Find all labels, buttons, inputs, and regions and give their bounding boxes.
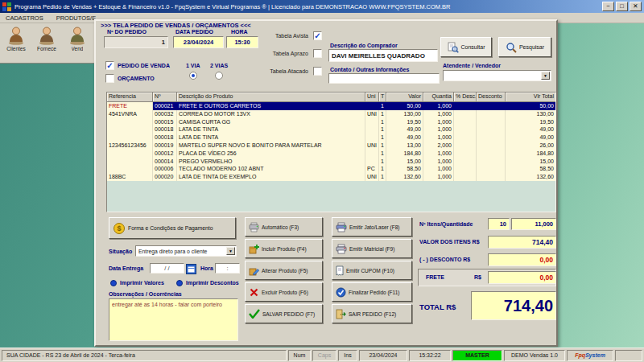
toolbar-vendedores-button[interactable]: Vend: [63, 25, 92, 60]
emitir-matricial-button[interactable]: Emitir Matricial (F9): [332, 239, 412, 258]
minimize-button[interactable]: −: [602, 2, 614, 11]
valor-itens-label: VALOR DOS ITENS R$: [419, 239, 480, 245]
imprimir-valores-radio[interactable]: [110, 280, 117, 286]
tabela-aprazo-checkbox[interactable]: [313, 49, 322, 58]
grid-cell: LATA DE TINTA: [177, 125, 365, 134]
tabela-avista-checkbox[interactable]: [313, 31, 322, 40]
app-icon: [2, 2, 11, 11]
orcamento-checkbox[interactable]: [105, 74, 114, 83]
logo-fpq: Fpq: [575, 352, 585, 358]
atendente-combo[interactable]: [443, 70, 551, 81]
col-t[interactable]: T: [379, 93, 386, 102]
table-row[interactable]: 188BC000020LATA DE TINTA DE EXEMPLOUNI11…: [107, 173, 555, 181]
col-numero[interactable]: Nº: [153, 93, 177, 102]
col-valor[interactable]: Valor: [386, 93, 423, 102]
grid-cell: [365, 158, 379, 166]
grid-cell: UNI: [365, 142, 379, 150]
emitir-jato-laser-button[interactable]: Emitir Jato/Laser (F8): [332, 217, 412, 237]
comprador-input[interactable]: DAVI MEIRELLES QUADRADO: [328, 49, 438, 62]
data-pedido-field[interactable]: 23/04/2024: [173, 36, 224, 48]
maximize-button[interactable]: □: [616, 2, 628, 11]
finalizar-pedido-button[interactable]: Finalizar Pedido (F11): [332, 282, 412, 302]
incluir-produto-button[interactable]: Incluir Produto (F4): [245, 239, 323, 258]
table-row[interactable]: 123456123456000019MARTELO SUPER NOVO E B…: [107, 142, 555, 150]
menu-produtos[interactable]: PRODUTOS/E: [56, 14, 96, 22]
frete-field[interactable]: 0,00: [488, 271, 556, 284]
table-row[interactable]: 000018LATA DE TINTA149,001,00049,00: [107, 134, 555, 142]
incluir-produto-label: Incluir Produto (F4): [262, 246, 307, 252]
imprimir-descontos-radio[interactable]: [176, 280, 183, 286]
grid-cell: 1,000: [423, 110, 454, 118]
grid-cell: [477, 173, 506, 181]
table-row[interactable]: 4541VNRA000032CORREA DO MOTOR 13VXUNI113…: [107, 110, 555, 118]
hora-entrega-input[interactable]: :: [215, 263, 240, 274]
comprador-label: Descrição do Comprador: [330, 43, 398, 48]
situacao-combo[interactable]: Entrega direto para o cliente: [135, 245, 237, 257]
desconto-field[interactable]: 0,00: [488, 253, 556, 266]
itens-count: 10: [488, 218, 510, 230]
col-referencia[interactable]: Referencia: [107, 93, 153, 102]
grid-cell: PLACA DE VÍDEO 256: [177, 150, 365, 158]
close-button[interactable]: ✕: [630, 2, 642, 11]
table-row[interactable]: FRETE000021FRETE E OUTROS CARRETOS150,00…: [107, 102, 555, 110]
grid-cell: [454, 142, 477, 150]
table-row[interactable]: 000006TECLADO MODERNO 102 ABNTPC158,501,…: [107, 165, 555, 173]
check-icon: [249, 309, 260, 319]
grid-cell: [454, 125, 477, 134]
printer-icon: [336, 222, 347, 232]
consultar-button[interactable]: Consultar: [440, 37, 492, 57]
chevron-down-icon[interactable]: [541, 72, 550, 80]
desktop: Programa Pedido de Vendas + Estoque & Fi…: [0, 0, 644, 362]
salvar-pedido-button[interactable]: SALVAR PEDIDO (F7): [245, 304, 323, 323]
numero-pedido-value: 1: [104, 36, 168, 48]
status-filler: [615, 350, 642, 361]
via1-radio[interactable]: [189, 72, 197, 80]
via2-radio[interactable]: [215, 72, 223, 80]
grid-cell: PREGO VERMELHO: [177, 158, 365, 166]
col-desconto[interactable]: Desconto: [477, 93, 506, 102]
grid-cell: 49,00: [386, 134, 423, 142]
grid-cell: 15,00: [506, 158, 556, 166]
col-uni[interactable]: Uni: [365, 93, 379, 102]
grid-cell: [477, 102, 506, 110]
col-quantia[interactable]: Quantia: [423, 93, 454, 102]
toolbar-fornecedores-button[interactable]: Fornece: [32, 25, 61, 60]
alterar-produto-button[interactable]: Alterar Produto (F5): [245, 261, 323, 280]
emitir-cupom-button[interactable]: Emitir CUPOM (F10): [332, 261, 412, 280]
sair-pedido-button[interactable]: SAIR PEDIDO (F12): [332, 304, 412, 323]
numero-pedido-label: Nº DO PEDIDO: [107, 29, 147, 35]
sair-pedido-label: SAIR PEDIDO (F12): [349, 311, 396, 317]
observacoes-textarea[interactable]: entregar até as 14 horas - falar com por…: [109, 298, 238, 341]
table-row[interactable]: 000018LATA DE TINTA149,001,00049,00: [107, 125, 555, 134]
quantidade-total: 11,000: [511, 218, 556, 230]
toolbar-clientes-button[interactable]: Clientes: [2, 25, 31, 60]
menu-cadastros[interactable]: CADASTROS: [6, 14, 43, 22]
data-entrega-input[interactable]: / /: [150, 263, 184, 274]
calendar-button[interactable]: [186, 263, 196, 274]
col-vlr-total[interactable]: Vlr Total: [506, 93, 556, 102]
tabela-atacado-checkbox[interactable]: [313, 67, 322, 76]
table-row[interactable]: 000015CAMISA CURTA GG119,501,00019,50: [107, 118, 555, 126]
excluir-produto-button[interactable]: Excluir Produto (F6): [245, 282, 323, 302]
grid-cell: 26,00: [506, 142, 556, 150]
grid-cell: [454, 134, 477, 142]
chevron-down-icon[interactable]: [226, 247, 235, 255]
grid-cell: 1,000: [423, 125, 454, 134]
table-row[interactable]: 000012PLACA DE VÍDEO 2561184,801,000184,…: [107, 150, 555, 158]
grid-cell: 50,00: [506, 102, 556, 110]
pedido-venda-checkbox[interactable]: [105, 61, 114, 70]
forma-pagamento-button[interactable]: $ Forma e Condições de Pagamento: [109, 217, 236, 239]
grid-cell: [477, 158, 506, 166]
logo-system: System: [585, 352, 605, 358]
pesquisar-button[interactable]: Pesquisar: [498, 37, 551, 57]
col-perc-desc[interactable]: % Desc.: [454, 93, 477, 102]
contato-input[interactable]: [328, 73, 440, 84]
hora-pedido-field[interactable]: 15:30: [226, 36, 258, 48]
automatico-button[interactable]: Automático (F3): [245, 217, 323, 237]
table-row[interactable]: 000014PREGO VERMELHO115,001,00015,00: [107, 158, 555, 166]
grid-cell: [107, 125, 153, 134]
grid-cell: LATA DE TINTA DE EXEMPLO: [177, 173, 365, 181]
col-descricao[interactable]: Descrição do Produto: [177, 93, 365, 102]
via2-label: 2 VIAS: [210, 63, 228, 68]
grid-cell: 1: [379, 165, 386, 173]
